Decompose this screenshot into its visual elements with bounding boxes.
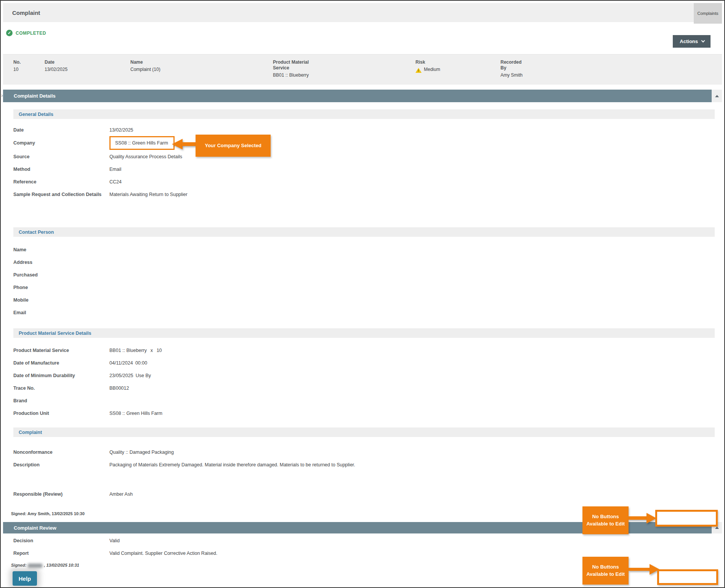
- status-row: ✓ COMPLETED Actions: [3, 22, 722, 54]
- field-value: Quality :: Damaged Packaging: [109, 450, 174, 455]
- arrow-stem: [629, 516, 648, 520]
- empty-buttons-area-top: [655, 510, 718, 527]
- field-row-company: Company SS08 :: Green Hills Farm: [13, 136, 715, 150]
- field-label: Method: [13, 167, 109, 172]
- summary-no-value: 10: [13, 67, 45, 73]
- signed-timestamp: , 13/02/2025 10:31: [44, 563, 79, 567]
- field-value: CC24: [109, 179, 122, 185]
- field-label: Description: [13, 462, 109, 468]
- field-row-sample-request: Sample Request and Collection Details Ma…: [13, 192, 715, 197]
- field-label: Report: [13, 551, 109, 556]
- summary-recorded-by: Recorded By Amy Smith: [500, 59, 722, 79]
- field-value: Email: [109, 167, 121, 172]
- field-value: Quality Assurance Process Details: [109, 154, 182, 159]
- warning-triangle-icon: [415, 68, 422, 73]
- field-row-date: Date 13/02/2025: [13, 127, 715, 133]
- field-row-nonconformance: Nonconformance Quality :: Damaged Packag…: [13, 450, 715, 455]
- field-label: Date: [13, 127, 109, 133]
- field-label: Source: [13, 154, 109, 159]
- field-label: Production Unit: [13, 411, 109, 416]
- summary-pms: Product Material Service BB01 :: Blueber…: [273, 59, 415, 79]
- summary-risk-label: Risk: [415, 59, 500, 65]
- subsection-pms-details: Product Material Service Details: [13, 328, 715, 338]
- field-label: Company: [13, 140, 109, 146]
- summary-date-value: 13/02/2025: [45, 67, 130, 73]
- field-label: Brand: [13, 398, 109, 403]
- field-value: Valid Complaint. Supplier Corrective Act…: [109, 551, 217, 556]
- summary-date-label: Date: [45, 59, 130, 65]
- section-title-complaint-details: Complaint Details: [3, 90, 712, 102]
- field-value: SS08 :: Green Hills Farm: [109, 411, 162, 416]
- field-label: Decision: [13, 538, 109, 543]
- field-label: Name: [13, 247, 109, 252]
- company-value-highlighted: SS08 :: Green Hills Farm: [109, 136, 175, 150]
- subsection-contact-person: Contact Person: [13, 227, 715, 237]
- panel-resize-handle[interactable]: ›: [1, 93, 3, 98]
- field-value: Valid: [109, 538, 120, 543]
- field-row-responsible-review: Responsible (Review) Amber Ash: [13, 492, 715, 497]
- summary-strip: No. 10 Date 13/02/2025 Name Complaint (1…: [3, 54, 722, 85]
- field-row-pms: Product Material Service BB01 :: Blueber…: [13, 348, 715, 353]
- field-label: Trace No.: [13, 386, 109, 391]
- field-label: Sample Request and Collection Details: [13, 192, 109, 197]
- actions-button[interactable]: Actions: [673, 35, 711, 48]
- status-label: COMPLETED: [16, 31, 46, 36]
- arrow-stem: [182, 142, 196, 146]
- help-button[interactable]: Help: [13, 571, 37, 586]
- collapse-button-complaint-details[interactable]: [712, 90, 722, 102]
- field-row-description: Description Packaging of Materials Extre…: [13, 462, 715, 484]
- redacted-name-blur: [28, 564, 42, 568]
- summary-no-label: No.: [13, 59, 45, 65]
- field-label: Date of Minimum Durability: [13, 373, 109, 378]
- field-row-contact-mobile: Mobile: [13, 297, 715, 303]
- field-value: BB00012: [109, 386, 129, 391]
- field-label: Purchased: [13, 272, 109, 278]
- field-label: Mobile: [13, 297, 109, 303]
- field-row-contact-name: Name: [13, 247, 715, 252]
- summary-name-label: Name: [130, 59, 273, 65]
- summary-name-value: Complaint (10): [130, 67, 273, 73]
- callout-your-company-selected: Your Company Selected: [196, 135, 271, 157]
- triangle-up-icon: [715, 527, 719, 529]
- complaint-page: Complaint Complaints ✓ COMPLETED Actions…: [0, 0, 725, 588]
- subsection-complaint: Complaint: [13, 427, 715, 437]
- summary-recorded-by-value: Amy Smith: [500, 72, 722, 79]
- field-value: Packaging of Materials Extremely Damaged…: [109, 462, 355, 484]
- summary-name: Name Complaint (10): [130, 59, 273, 79]
- field-row-date-manufacture: Date of Manufacture 04/11/2024 00:00: [13, 360, 715, 366]
- field-row-source: Source Quality Assurance Process Details: [13, 154, 715, 159]
- summary-risk: Risk Medium: [415, 59, 500, 79]
- arrow-left-icon: [172, 139, 183, 149]
- field-value: Amber Ash: [109, 492, 133, 497]
- field-row-contact-purchased: Purchased: [13, 272, 715, 278]
- triangle-up-icon: [715, 95, 719, 97]
- field-row-contact-address: Address: [13, 260, 715, 265]
- field-value: 04/11/2024 00:00: [109, 360, 147, 366]
- section-bar-complaint-details: › Complaint Details: [3, 90, 722, 102]
- summary-no: No. 10: [3, 59, 45, 79]
- field-label: Email: [13, 310, 109, 315]
- field-row-date-durability: Date of Minimum Durability 23/05/2025 Us…: [13, 373, 715, 378]
- summary-recorded-by-label: Recorded By: [500, 59, 528, 71]
- page-title: Complaint: [3, 10, 40, 16]
- check-circle-icon: ✓: [6, 30, 13, 36]
- tab-complaints[interactable]: Complaints: [694, 3, 722, 24]
- callout-no-buttons-bottom: No Buttons Available to Edit: [582, 557, 629, 585]
- summary-pms-label: Product Material Service: [273, 59, 316, 71]
- callout-no-buttons-top: No Buttons Available to Edit: [582, 506, 629, 534]
- field-row-contact-phone: Phone: [13, 285, 715, 290]
- field-row-method: Method Email: [13, 167, 715, 172]
- empty-buttons-area-bottom: [657, 569, 718, 585]
- field-label: Nonconformance: [13, 450, 109, 455]
- field-row-decision: Decision Valid: [13, 538, 715, 543]
- arrow-stem: [629, 568, 651, 571]
- field-row-contact-email: Email: [13, 310, 715, 315]
- complaint-details-panel: General Details Date 13/02/2025 Company …: [3, 102, 722, 516]
- signed-prefix: Signed:: [11, 563, 26, 567]
- field-row-production-unit: Production Unit SS08 :: Green Hills Farm: [13, 411, 715, 416]
- field-label: Date of Manufacture: [13, 360, 109, 366]
- subsection-general-details: General Details: [13, 109, 715, 119]
- summary-pms-link[interactable]: BB01 :: Blueberry: [273, 72, 415, 79]
- field-row-report: Report Valid Complaint. Supplier Correct…: [13, 551, 715, 556]
- actions-button-label: Actions: [680, 39, 698, 44]
